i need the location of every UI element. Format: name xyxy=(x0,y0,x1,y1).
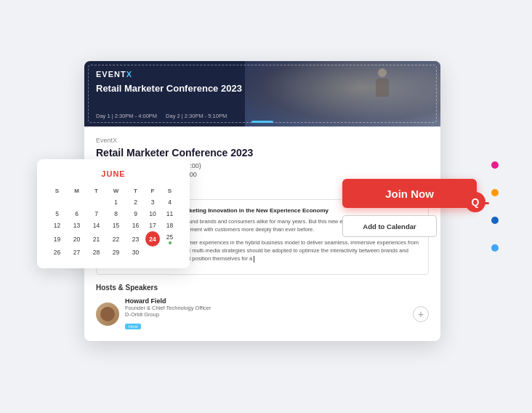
cal-day-26[interactable]: 26 xyxy=(47,246,67,258)
cal-day-16[interactable]: 16 xyxy=(126,220,145,231)
calendar-header: JUNE xyxy=(47,169,180,178)
cal-day-marked[interactable]: 25 xyxy=(160,231,180,246)
cal-day-27[interactable]: 27 xyxy=(67,246,86,258)
cal-day-30[interactable]: 30 xyxy=(126,246,145,258)
cal-day-9[interactable]: 9 xyxy=(126,208,145,220)
banner-day1: Day 1 | 2:30PM - 4:00PM xyxy=(96,113,157,119)
add-speaker-button[interactable]: + xyxy=(413,306,429,322)
cal-day-28[interactable]: 28 xyxy=(86,246,106,258)
cal-day-14[interactable]: 14 xyxy=(86,220,106,231)
calendar-days-row: S M T W T F S xyxy=(47,185,180,196)
cal-day-17[interactable]: 17 xyxy=(145,220,160,231)
cal-day-10[interactable]: 10 xyxy=(145,208,160,220)
speaker-avatar xyxy=(96,302,119,326)
calendar-month: JUNE xyxy=(47,169,180,178)
cal-day-12[interactable]: 12 xyxy=(47,220,67,231)
event-banner: EVENTX Retail Marketer Conference 2023 D… xyxy=(84,61,440,127)
cal-day-21[interactable]: 21 xyxy=(86,231,106,246)
cal-day-4[interactable]: 4 xyxy=(160,196,180,208)
cal-day-8[interactable]: 8 xyxy=(106,208,126,220)
cal-week-5: 26 27 28 29 30 xyxy=(47,246,180,258)
cal-week-2: 5 6 7 8 9 10 11 xyxy=(47,208,180,220)
cal-cell xyxy=(145,246,160,258)
event-source: EventX xyxy=(96,137,429,144)
text-cursor xyxy=(254,256,254,262)
banner-title: Retail Marketer Conference 2023 xyxy=(96,83,242,95)
speaker-badge: Host xyxy=(125,324,141,329)
cal-cell[interactable] xyxy=(67,196,86,208)
cal-day-6[interactable]: 6 xyxy=(67,208,86,220)
cal-day-18[interactable]: 18 xyxy=(160,220,180,231)
cal-day-29[interactable]: 29 xyxy=(106,246,126,258)
cal-day-19[interactable]: 19 xyxy=(47,231,67,246)
speaker-role: Founder & Chief Technology Officer xyxy=(125,305,407,311)
banner-progress-indicator xyxy=(251,121,273,123)
cal-week-3: 12 13 14 15 16 17 18 xyxy=(47,220,180,231)
q-icon[interactable]: Q xyxy=(465,192,485,212)
speaker-info: Howard Field Founder & Chief Technology … xyxy=(125,297,407,331)
cal-day-w: W xyxy=(106,185,126,196)
dot-orange xyxy=(491,189,499,196)
speaker-name: Howard Field xyxy=(125,297,407,305)
banner-dates: Day 1 | 2:30PM - 4:00PM Day 2 | 2:30PM -… xyxy=(96,113,227,119)
speaker-company: D-Orbit Group xyxy=(125,311,407,318)
cal-day-15[interactable]: 15 xyxy=(106,220,126,231)
cal-day-20[interactable]: 20 xyxy=(67,231,86,246)
cal-day-2[interactable]: 2 xyxy=(126,196,145,208)
cal-day-s2: S xyxy=(160,185,180,196)
dot-blue-light xyxy=(491,244,499,252)
scene: EVENTX Retail Marketer Conference 2023 D… xyxy=(26,17,506,396)
cal-day-13[interactable]: 13 xyxy=(67,220,86,231)
cal-week-4: 19 20 21 22 23 24 25 xyxy=(47,231,180,246)
cal-day-f: F xyxy=(145,185,160,196)
cal-day-5[interactable]: 5 xyxy=(47,208,67,220)
cal-cell xyxy=(160,246,180,258)
cal-day-s1: S xyxy=(47,185,67,196)
speaker-item: Howard Field Founder & Chief Technology … xyxy=(96,297,429,331)
speakers-label: Hosts & Speakers xyxy=(96,284,429,292)
calendar-widget: JUNE S M T W T F S 1 xyxy=(37,159,190,268)
cal-day-23[interactable]: 23 xyxy=(126,231,145,246)
banner-person xyxy=(368,68,397,119)
cal-day-m: M xyxy=(67,185,86,196)
cal-day-22[interactable]: 22 xyxy=(106,231,126,246)
cal-day-t2: T xyxy=(126,185,145,196)
cal-day-t1: T xyxy=(86,185,106,196)
eventx-logo: EVENTX xyxy=(96,70,132,79)
cal-cell[interactable] xyxy=(86,196,106,208)
cal-day-7[interactable]: 7 xyxy=(86,208,106,220)
dot-pink xyxy=(491,161,499,169)
calendar-grid: S M T W T F S 1 2 3 4 xyxy=(47,185,180,258)
event-title: Retail Marketer Conference 2023 xyxy=(96,146,429,159)
dot-blue-dark xyxy=(491,217,499,224)
add-to-calendar-button[interactable]: Add to Calendar xyxy=(342,215,437,237)
cal-day-3[interactable]: 3 xyxy=(145,196,160,208)
side-dots xyxy=(491,161,499,252)
cal-cell[interactable] xyxy=(47,196,67,208)
cal-day-1[interactable]: 1 xyxy=(106,196,126,208)
join-now-button[interactable]: Join Now xyxy=(342,179,477,208)
cal-day-11[interactable]: 11 xyxy=(160,208,180,220)
speakers-section: Hosts & Speakers Howard Field Founder & … xyxy=(96,284,429,331)
banner-day2: Day 2 | 2:30PM - 5:10PM xyxy=(166,113,227,119)
cal-week-1: 1 2 3 4 xyxy=(47,196,180,208)
cal-day-today[interactable]: 24 xyxy=(145,231,160,246)
